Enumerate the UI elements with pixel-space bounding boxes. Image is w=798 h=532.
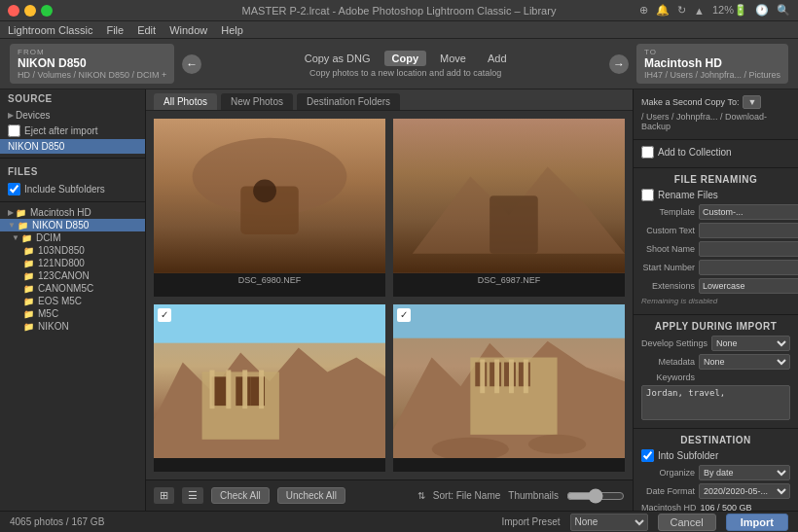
photo-cell-1[interactable]: DSC_6980.NEF bbox=[154, 119, 385, 297]
maximize-button[interactable] bbox=[41, 5, 53, 17]
files-section-header: Files bbox=[0, 162, 145, 181]
folder-121nd800[interactable]: 📁 121ND800 bbox=[0, 257, 145, 269]
title-bar: MASTER P-2.lrcat - Adobe Photoshop Light… bbox=[0, 0, 798, 21]
photo-cell-4[interactable]: ✓ bbox=[393, 304, 625, 473]
extensions-row: Extensions bbox=[641, 278, 790, 294]
folder-canon-label: CANONM5C bbox=[38, 283, 93, 294]
menu-edit[interactable]: Edit bbox=[137, 24, 156, 36]
tab-all-photos[interactable]: All Photos bbox=[154, 93, 217, 110]
custom-text-row: Custom Text bbox=[641, 223, 790, 238]
right-panel: Make a Second Copy To: ▼ / Users / Johnp… bbox=[633, 89, 798, 511]
eject-checkbox[interactable] bbox=[8, 124, 20, 137]
battery-icon: 12%🔋 bbox=[712, 4, 747, 17]
cancel-button[interactable]: Cancel bbox=[658, 514, 716, 531]
window-controls[interactable] bbox=[8, 5, 53, 17]
custom-text-input[interactable] bbox=[699, 223, 798, 238]
file-renaming-title: File Renaming bbox=[641, 174, 790, 185]
close-button[interactable] bbox=[8, 5, 19, 17]
dcim-item[interactable]: ▼ 📁 DCIM bbox=[0, 231, 145, 244]
photo-cell-2[interactable]: DSC_6987.NEF bbox=[393, 119, 625, 297]
start-number-input[interactable] bbox=[699, 260, 798, 275]
rename-files-row: Rename Files bbox=[641, 189, 790, 201]
folder-canonm5c[interactable]: 📁 CANONM5C bbox=[0, 282, 145, 295]
photo-check-3[interactable]: ✓ bbox=[158, 308, 171, 322]
tab-new-photos[interactable]: New Photos bbox=[221, 93, 293, 110]
photo-cell-3[interactable]: ✓ bbox=[154, 304, 385, 473]
template-input[interactable] bbox=[699, 204, 798, 220]
copy-as-dng-button[interactable]: Copy as DNG bbox=[297, 51, 379, 66]
import-header: FROM NIKON D850 HD / Volumes / NIKON D85… bbox=[0, 39, 798, 89]
file-renaming-section: File Renaming Rename Files Template Cust… bbox=[634, 168, 798, 315]
source-device-box: FROM NIKON D850 HD / Volumes / NIKON D85… bbox=[10, 44, 174, 84]
folder-eos-label: EOS M5C bbox=[38, 296, 82, 306]
include-subfolders-checkbox[interactable] bbox=[8, 183, 20, 195]
menu-lightroom[interactable]: Lightroom Classic bbox=[8, 24, 92, 36]
menu-file[interactable]: File bbox=[106, 24, 124, 36]
add-to-collection-checkbox[interactable] bbox=[641, 146, 654, 159]
grid-view-button[interactable]: ⊞ bbox=[154, 487, 174, 504]
svg-rect-29 bbox=[524, 359, 528, 393]
folder-m5c[interactable]: 📁 M5C bbox=[0, 307, 145, 320]
uncheck-all-button[interactable]: Uncheck All bbox=[277, 487, 345, 504]
list-view-button[interactable]: ☰ bbox=[182, 487, 203, 504]
apply-during-import-section: Apply During Import Develop Settings Non… bbox=[634, 315, 798, 429]
folder-123-icon: 📁 bbox=[23, 271, 34, 281]
folder-123canon[interactable]: 📁 123CANON bbox=[0, 269, 145, 282]
svg-point-3 bbox=[253, 179, 276, 202]
add-to-collection-label: Add to Collection bbox=[658, 147, 732, 158]
folder-m5c-icon: 📁 bbox=[23, 309, 34, 319]
devices-item[interactable]: ▶ Devices bbox=[0, 108, 145, 123]
minimize-button[interactable] bbox=[24, 5, 36, 17]
custom-text-label: Custom Text bbox=[641, 226, 695, 235]
develop-settings-select[interactable]: None bbox=[711, 336, 790, 351]
macintosh-hd-label: Macintosh HD bbox=[30, 207, 91, 218]
menu-window[interactable]: Window bbox=[169, 24, 207, 36]
photo-check-4[interactable]: ✓ bbox=[397, 308, 411, 322]
add-to-collection-row[interactable]: Add to Collection bbox=[641, 146, 790, 159]
second-copy-row: Make a Second Copy To: ▼ bbox=[641, 95, 790, 109]
search-icon[interactable]: 🔍 bbox=[777, 4, 790, 17]
eject-item[interactable]: Eject after import bbox=[0, 123, 145, 139]
prev-source-button[interactable]: ← bbox=[182, 54, 201, 74]
folder-103-icon: 📁 bbox=[23, 246, 34, 256]
folder-nikon[interactable]: 📁 NIKON bbox=[0, 320, 145, 333]
nikon-d850-tree-item[interactable]: ▼ 📁 NIKON D850 bbox=[0, 219, 145, 231]
move-button[interactable]: Move bbox=[432, 51, 474, 66]
next-dest-button[interactable]: → bbox=[609, 54, 629, 74]
import-preset-select[interactable]: None bbox=[570, 514, 648, 531]
add-button[interactable]: Add bbox=[480, 51, 515, 66]
folder-121-label: 121ND800 bbox=[38, 258, 85, 268]
import-button[interactable]: Import bbox=[726, 514, 788, 531]
include-subfolders-item[interactable]: Include Subfolders bbox=[0, 181, 145, 197]
check-all-button[interactable]: Check All bbox=[211, 487, 270, 504]
second-copy-dropdown[interactable]: ▼ bbox=[743, 95, 761, 109]
date-format-label: Date Format bbox=[641, 486, 695, 496]
nikon-d850-item[interactable]: NIKON D850 bbox=[0, 139, 145, 154]
into-subfolder-checkbox[interactable] bbox=[641, 449, 654, 462]
mac-label: Macintosh HD bbox=[641, 503, 697, 511]
rename-files-checkbox[interactable] bbox=[641, 189, 654, 201]
folder-103nd850[interactable]: 📁 103ND850 bbox=[0, 244, 145, 257]
into-subfolder-row: Into Subfolder bbox=[641, 449, 790, 462]
menu-help[interactable]: Help bbox=[221, 24, 243, 36]
sort-label[interactable]: Sort: File Name bbox=[433, 490, 500, 501]
template-row: Template bbox=[641, 204, 790, 220]
thumbnail-size-slider[interactable] bbox=[566, 488, 625, 504]
keywords-textarea[interactable]: Jordan, travel, bbox=[641, 385, 790, 420]
photo-label-1: DSC_6980.NEF bbox=[154, 273, 385, 287]
extensions-input[interactable] bbox=[699, 278, 798, 294]
tab-destination-folders[interactable]: Destination Folders bbox=[297, 93, 400, 110]
left-panel: Source ▶ Devices Eject after import NIKO… bbox=[0, 89, 146, 511]
macintosh-hd-item[interactable]: ▶ 📁 Macintosh HD bbox=[0, 206, 145, 219]
folder-eosm5c[interactable]: 📁 EOS M5C bbox=[0, 295, 145, 307]
develop-settings-label: Develop Settings bbox=[641, 338, 707, 348]
organize-select[interactable]: By date bbox=[699, 465, 790, 480]
sort-icon: ⇅ bbox=[417, 490, 425, 501]
shoot-name-input[interactable] bbox=[699, 241, 798, 257]
date-format-select[interactable]: 2020/2020-05-... bbox=[699, 483, 790, 499]
copy-button[interactable]: Copy bbox=[384, 51, 427, 66]
metadata-select[interactable]: None bbox=[699, 354, 790, 370]
add-to-collection-section: Add to Collection bbox=[634, 140, 798, 168]
svg-rect-8 bbox=[154, 304, 385, 343]
dcim-label: DCIM bbox=[36, 232, 61, 243]
